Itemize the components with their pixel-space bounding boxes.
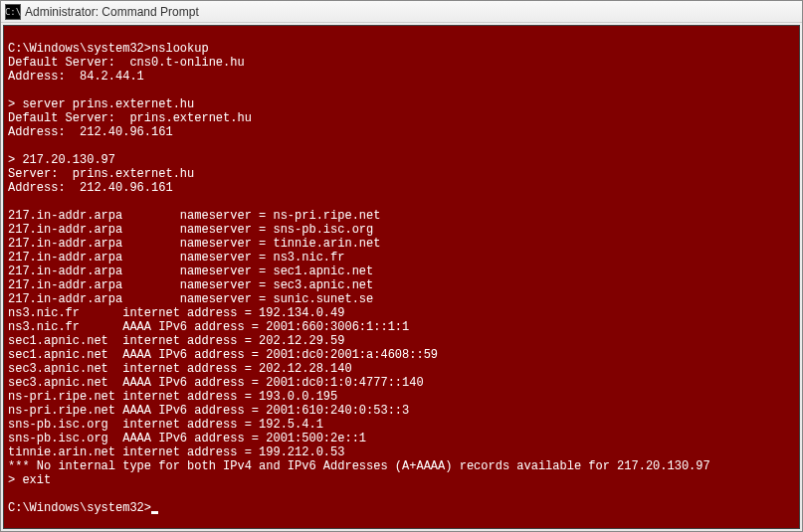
cmd-icon: C:\ (5, 4, 21, 20)
command-prompt-window: C:\ Administrator: Command Prompt C:\Win… (0, 0, 803, 532)
titlebar[interactable]: C:\ Administrator: Command Prompt (1, 1, 802, 23)
terminal-output[interactable]: C:\Windows\system32>nslookup Default Ser… (3, 25, 800, 529)
window-title: Administrator: Command Prompt (25, 5, 199, 19)
cursor (151, 511, 158, 514)
